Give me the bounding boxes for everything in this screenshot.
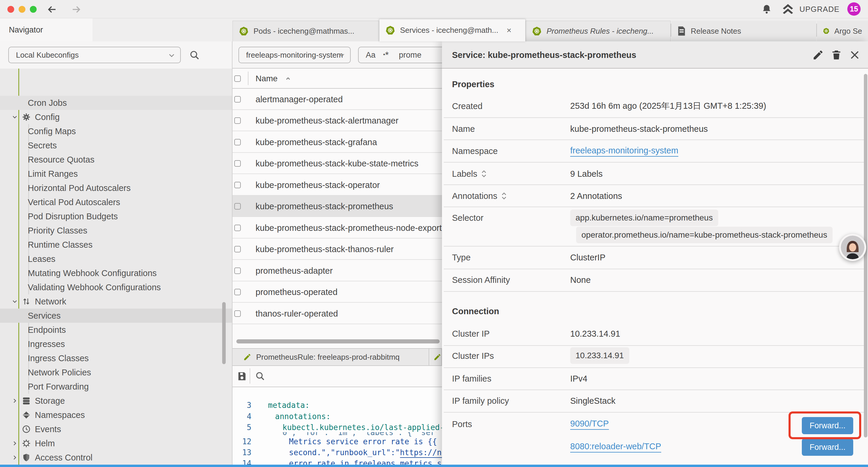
editor-tab-next[interactable]	[430, 349, 442, 365]
upgrade-chevrons-icon[interactable]	[781, 3, 795, 16]
filter-search-box[interactable]: Aa ▪* prome	[358, 47, 442, 63]
back-icon[interactable]	[47, 4, 57, 15]
tab-argo[interactable]: Argo Se	[817, 21, 868, 41]
row-checkbox[interactable]	[234, 117, 241, 124]
chevron-right-icon[interactable]	[11, 440, 18, 447]
sidebar-scrollbar[interactable]	[222, 302, 226, 364]
namespace-select[interactable]: freeleaps-monitoring-system	[239, 47, 351, 63]
row-checkbox[interactable]	[234, 160, 241, 167]
editor-tab-strip: PrometheusRule: freeleaps-prod-rabbitmq	[232, 348, 442, 366]
sidebar-item-secrets[interactable]: Secrets	[0, 138, 232, 152]
search-query[interactable]: prome	[399, 51, 422, 60]
sidebar-item-validating-webhook-configurations[interactable]: Validating Webhook Configurations	[0, 280, 232, 294]
save-icon[interactable]	[237, 371, 247, 382]
match-case-toggle[interactable]: Aa	[366, 51, 375, 60]
sidebar-item-network-policies[interactable]: Network Policies	[0, 365, 232, 380]
tab-services[interactable]: Services - icecheng@math... ×	[379, 19, 526, 41]
sidebar-item-mutating-webhook-configurations[interactable]: Mutating Webhook Configurations	[0, 266, 232, 280]
sidebar-item-vertical-pod-autoscalers[interactable]: Vertical Pod Autoscalers	[0, 195, 232, 209]
chevron-down-icon[interactable]	[11, 114, 18, 121]
sidebar-group-network[interactable]: Network	[0, 294, 232, 309]
delete-trash-icon[interactable]	[831, 49, 842, 61]
row-checkbox[interactable]	[234, 267, 241, 274]
tab-pods[interactable]: Pods - icecheng@mathmas...	[232, 21, 379, 41]
forward-icon[interactable]	[71, 4, 82, 15]
sidebar-item-port-forwarding[interactable]: Port Forwarding	[0, 380, 232, 394]
table-row[interactable]: kube-prometheus-stack-kube-state-metrics	[232, 153, 442, 174]
table-row[interactable]: kube-prometheus-stack-alertmanager	[232, 110, 442, 131]
close-icon[interactable]	[849, 49, 861, 61]
maximize-window-button[interactable]	[30, 6, 37, 13]
navigator-panel-tab[interactable]: Navigator	[0, 18, 92, 41]
close-window-button[interactable]	[7, 6, 14, 13]
chevron-down-icon[interactable]	[11, 298, 18, 305]
search-icon[interactable]	[189, 50, 200, 61]
tab-prometheus-rules[interactable]: Prometheus Rules - icecheng...	[526, 21, 671, 41]
table-row[interactable]: kube-prometheus-stack-grafana	[232, 132, 442, 153]
row-checkbox[interactable]	[234, 203, 241, 209]
select-all-checkbox[interactable]	[234, 76, 241, 82]
sidebar-item-runtime-classes[interactable]: Runtime Classes	[0, 238, 232, 252]
horizontal-scrollbar[interactable]	[236, 339, 440, 344]
sidebar-group-storage[interactable]: Storage	[0, 394, 232, 408]
sidebar-item-namespaces[interactable]: Namespaces	[0, 408, 232, 422]
sidebar-item-pod-disruption-budgets[interactable]: Pod Disruption Budgets	[0, 209, 232, 224]
expand-collapse-icon	[481, 169, 487, 178]
sidebar-item-cron-jobs[interactable]: Cron Jobs	[0, 96, 232, 110]
table-row[interactable]: prometheus-operated	[232, 282, 442, 303]
table-row[interactable]: prometheus-adapter	[232, 260, 442, 282]
sidebar-item-ingress-classes[interactable]: Ingress Classes	[0, 351, 232, 365]
sidebar-item-resource-quotas[interactable]: Resource Quotas	[0, 152, 232, 167]
row-checkbox[interactable]	[234, 96, 241, 103]
labels-label[interactable]: Labels	[452, 168, 487, 180]
chevron-right-icon[interactable]	[11, 397, 18, 404]
row-checkbox[interactable]	[234, 246, 241, 253]
name-column-header[interactable]: Name	[255, 68, 292, 89]
row-checkbox[interactable]	[234, 182, 241, 188]
sidebar-group-helm[interactable]: Helm	[0, 436, 232, 450]
minimize-window-button[interactable]	[19, 6, 25, 13]
tab-close-icon[interactable]: ×	[507, 26, 512, 35]
table-row[interactable]: kube-prometheus-stack-thanos-ruler	[232, 238, 442, 260]
table-row[interactable]: thanos-ruler-operated	[232, 303, 442, 324]
kubernetes-icon	[239, 26, 249, 36]
sidebar-item-config-maps[interactable]: Config Maps	[0, 124, 232, 138]
profile-badge[interactable]: 15	[847, 2, 861, 16]
code-url-link[interactable]: https://net	[400, 448, 442, 458]
sidebar-item-services[interactable]: Services	[0, 309, 232, 323]
regex-toggle[interactable]: ▪*	[383, 49, 389, 61]
row-checkbox[interactable]	[234, 289, 241, 295]
sidebar-item-horizontal-pod-autoscalers[interactable]: Horizontal Pod Autoscalers	[0, 181, 232, 195]
sidebar-group-access-control[interactable]: Access Control	[0, 450, 232, 465]
table-row[interactable]: kube-prometheus-stack-prometheus-node-ex…	[232, 217, 442, 238]
row-checkbox[interactable]	[234, 139, 241, 145]
sidebar-item-limit-ranges[interactable]: Limit Ranges	[0, 167, 232, 181]
user-avatar[interactable]	[839, 234, 866, 261]
kubeconfig-select[interactable]: Local Kubeconfigs	[8, 47, 181, 63]
ip-family-policy-value: SingleStack	[570, 395, 615, 407]
notification-bell-icon[interactable]	[761, 4, 772, 15]
tab-release-notes[interactable]: Release Notes	[671, 21, 816, 41]
search-icon[interactable]	[255, 371, 266, 382]
table-row[interactable]: alertmanager-operated	[232, 89, 442, 110]
table-row[interactable]: kube-prometheus-stack-operator	[232, 174, 442, 196]
yaml-editor[interactable]: 3 metadata: 4 annotations: 5 kubectl.kub…	[232, 387, 442, 467]
sidebar-item-priority-classes[interactable]: Priority Classes	[0, 224, 232, 238]
upgrade-label[interactable]: UPGRADE	[800, 0, 840, 18]
sidebar-group-config[interactable]: Config	[0, 110, 232, 124]
edit-pencil-icon[interactable]	[812, 49, 824, 61]
sidebar-item-endpoints[interactable]: Endpoints	[0, 323, 232, 337]
sidebar-item-events[interactable]: Events	[0, 422, 232, 436]
row-checkbox[interactable]	[234, 225, 241, 231]
editor-tab-prometheusrule[interactable]: PrometheusRule: freeleaps-prod-rabbitmq	[232, 349, 429, 365]
table-row-selected[interactable]: kube-prometheus-stack-prometheus	[232, 196, 442, 217]
detail-scrollbar[interactable]	[864, 74, 867, 437]
sidebar-item-ingresses[interactable]: Ingresses	[0, 337, 232, 351]
chevron-right-icon[interactable]	[11, 454, 18, 461]
annotations-label[interactable]: Annotations	[452, 190, 507, 202]
editor-tab-label: PrometheusRule: freeleaps-prod-rabbitmq	[256, 353, 400, 362]
sidebar-item-leases[interactable]: Leases	[0, 252, 232, 266]
row-checkbox[interactable]	[234, 310, 241, 317]
forward-button-8080[interactable]: Forward...	[802, 439, 853, 456]
kubernetes-icon	[385, 25, 395, 35]
